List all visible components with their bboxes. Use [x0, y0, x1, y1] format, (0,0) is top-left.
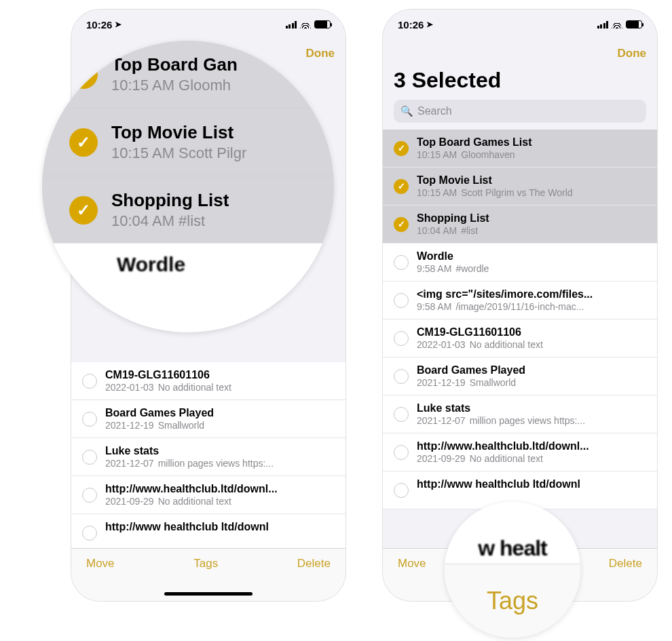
note-row[interactable]: CM19-GLG116011062022-01-03No additional … [71, 362, 346, 400]
note-title: Luke stats [417, 402, 646, 414]
note-row[interactable]: CM19-GLG116011062022-01-03No additional … [383, 319, 657, 357]
note-title: Board Games Played [105, 407, 335, 419]
checkmark-icon[interactable] [394, 217, 409, 232]
note-subtitle: 2021-12-07million pages views https:... [105, 458, 335, 469]
note-title: Top Movie List [111, 122, 246, 143]
checkmark-icon[interactable] [394, 179, 409, 194]
magnifier-selected-notes: Top Board Gan 10:15 AM Gloomh Top Movie … [42, 41, 334, 332]
notes-list-right: Top Board Games List10:15 AMGloomhavenTo… [383, 130, 657, 509]
circle-icon[interactable] [394, 293, 409, 308]
note-row[interactable]: http://www healthclub ltd/downl [71, 514, 346, 552]
nav-bar: Done [383, 39, 657, 68]
note-row[interactable]: Top Board Games List10:15 AMGloomhaven [383, 130, 657, 168]
circle-icon[interactable] [394, 407, 409, 422]
move-button[interactable]: Move [398, 557, 426, 570]
note-title: http://www.healthclub.ltd/downl... [105, 483, 335, 495]
note-title: Top Movie List [417, 174, 646, 187]
wifi-icon [612, 20, 622, 28]
note-subtitle: 10:15 AM Gloomh [111, 77, 238, 94]
note-subtitle: 9:58 AM/image/2019/11/16-inch-mac... [417, 301, 646, 312]
delete-button[interactable]: Delete [609, 557, 642, 570]
delete-button[interactable]: Delete [297, 557, 331, 570]
tags-button-zoom[interactable]: Tags [445, 564, 580, 638]
note-subtitle: 10:04 AM #list [111, 212, 229, 230]
note-subtitle: 2021-12-19Smallworld [105, 420, 335, 431]
status-time: 10:26 [398, 19, 424, 31]
note-subtitle: 2022-01-03No additional text [417, 339, 646, 350]
note-subtitle [417, 491, 646, 502]
note-subtitle: 10:15 AM Scott Pilgr [111, 144, 246, 162]
battery-icon [626, 20, 642, 28]
search-placeholder: Search [417, 105, 452, 117]
circle-icon[interactable] [394, 255, 409, 270]
note-title: Top Board Gan [111, 54, 238, 75]
checkmark-icon [69, 128, 98, 157]
circle-icon[interactable] [394, 331, 409, 346]
note-subtitle: 2022-01-03No additional text [105, 382, 335, 393]
note-title: http://www healthclub ltd/downl [417, 478, 646, 490]
note-title: CM19-GLG11601106 [417, 326, 646, 338]
move-button[interactable]: Move [86, 557, 115, 570]
note-subtitle: 2021-09-29No additional text [105, 496, 335, 507]
done-button[interactable]: Done [618, 47, 647, 60]
search-input[interactable]: 🔍 Search [394, 100, 646, 123]
circle-icon[interactable] [82, 488, 97, 503]
note-row[interactable]: <img src="/sites/imore.com/files...9:58 … [383, 281, 657, 319]
note-row[interactable]: Board Games Played2021-12-19Smallworld [71, 400, 346, 438]
note-subtitle: 10:15 AMScott Pilgrim vs The World [417, 187, 646, 198]
checkmark-icon[interactable] [394, 141, 409, 156]
circle-icon[interactable] [394, 445, 409, 460]
battery-icon [314, 20, 331, 28]
note-title: Wordle [417, 250, 646, 263]
circle-icon[interactable] [82, 412, 97, 427]
home-indicator[interactable] [164, 592, 253, 596]
note-title: Top Board Games List [417, 136, 646, 149]
search-icon: 🔍 [400, 105, 413, 117]
status-bar: 10:26 ➤ [383, 9, 657, 39]
note-subtitle [105, 534, 335, 545]
circle-icon[interactable] [394, 369, 409, 384]
note-title: http://www healthclub ltd/downl [105, 521, 335, 533]
note-row[interactable]: Luke stats2021-12-07million pages views … [71, 438, 346, 476]
note-subtitle: 2021-12-19Smallworld [417, 377, 646, 388]
note-title: Luke stats [105, 445, 335, 457]
circle-icon[interactable] [82, 526, 97, 541]
note-title: http://www.healthclub.ltd/downl... [417, 440, 646, 452]
note-title: Shopping List [417, 212, 646, 225]
circle-icon[interactable] [82, 450, 97, 465]
wifi-icon [300, 20, 311, 28]
note-row[interactable]: Shopping List10:04 AM#list [383, 206, 657, 244]
tags-button[interactable]: Tags [193, 557, 218, 570]
note-row[interactable]: Top Movie List10:15 AMScott Pilgrim vs T… [383, 168, 657, 206]
note-peek: Wordle [42, 244, 334, 296]
cell-signal-icon [597, 21, 609, 28]
note-subtitle: 10:04 AM#list [417, 225, 646, 236]
circle-icon[interactable] [394, 483, 409, 498]
note-subtitle: 2021-12-07million pages views https:... [417, 415, 646, 426]
notes-list-left: CM19-GLG116011062022-01-03No additional … [71, 362, 346, 552]
note-row[interactable]: http://www.healthclub.ltd/downl...2021-0… [383, 433, 657, 471]
note-row[interactable]: http://www.healthclub.ltd/downl...2021-0… [71, 476, 346, 514]
note-row[interactable]: Board Games Played2021-12-19Smallworld [383, 357, 657, 395]
note-title: Shopping List [111, 190, 229, 211]
note-title: Board Games Played [417, 364, 646, 376]
location-icon: ➤ [426, 20, 433, 29]
note-subtitle: 2021-09-29No additional text [417, 453, 646, 464]
done-button[interactable]: Done [306, 47, 335, 60]
location-icon: ➤ [115, 20, 122, 29]
note-title: <img src="/sites/imore.com/files... [417, 288, 646, 300]
note-subtitle: 10:15 AMGloomhaven [417, 149, 646, 160]
note-row[interactable]: Wordle9:58 AM#wordle [383, 244, 657, 281]
magnifier-tags-button: w healt Tags [445, 502, 580, 638]
note-subtitle: 9:58 AM#wordle [417, 263, 646, 274]
note-title: CM19-GLG11601106 [105, 369, 335, 381]
status-bar: 10:26 ➤ [71, 9, 346, 39]
checkmark-icon [69, 196, 98, 225]
status-time: 10:26 [86, 19, 112, 31]
note-row[interactable]: Luke stats2021-12-07million pages views … [383, 395, 657, 433]
page-title: 3 Selected [394, 68, 646, 93]
circle-icon[interactable] [82, 374, 97, 389]
cell-signal-icon [286, 21, 297, 28]
